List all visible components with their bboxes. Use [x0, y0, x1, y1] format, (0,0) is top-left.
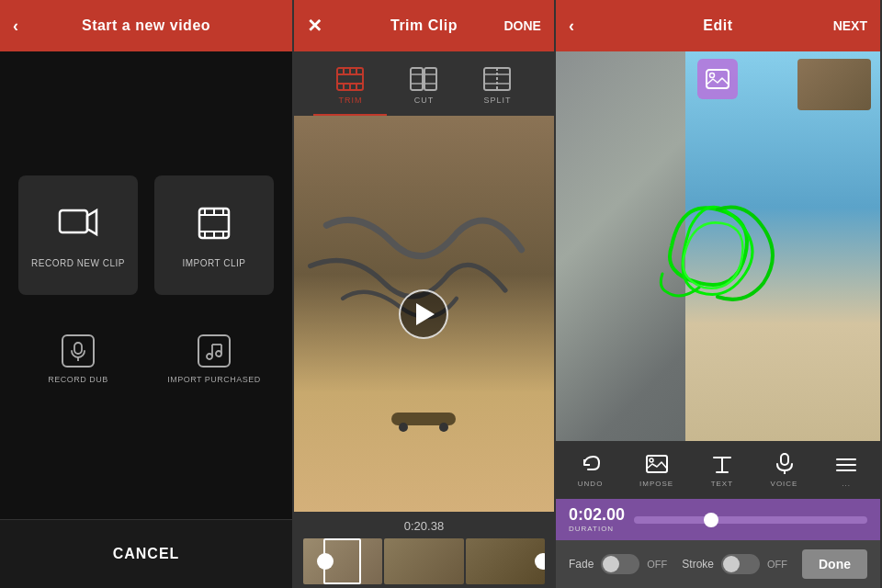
panel2-title: Trim Clip — [390, 17, 458, 34]
tab-cut[interactable]: CUT — [387, 61, 460, 116]
panel1-title: Start a new video — [82, 17, 210, 34]
svg-rect-28 — [424, 68, 436, 90]
stroke-off-label: OFF — [767, 559, 787, 570]
svg-point-39 — [439, 423, 448, 432]
done-button[interactable]: Done — [802, 549, 867, 579]
toolbar-impose[interactable]: IMPOSE — [632, 448, 681, 492]
play-button[interactable] — [399, 289, 448, 339]
duration-slider[interactable] — [634, 516, 867, 524]
fade-toggle-group: Fade OFF — [569, 554, 667, 574]
import-clip-label: IMPORT CLIP — [182, 258, 245, 268]
record-clip-label: RECORD NEW CLIP — [31, 258, 125, 268]
clip-options-row: RECORD NEW CLIP IMPORT CLIP — [18, 175, 274, 295]
timeline-bar[interactable] — [303, 538, 545, 584]
fade-label: Fade — [569, 558, 594, 571]
back-icon[interactable]: ‹ — [13, 17, 18, 36]
import-purchased-button[interactable]: IMPORT PURCHASED — [154, 322, 274, 396]
panel1-header: ‹ Start a new video — [0, 0, 292, 51]
done-action[interactable]: DONE — [504, 18, 541, 33]
cancel-button[interactable]: CANCEL — [13, 533, 279, 575]
timeline-thumb-2 — [384, 538, 463, 584]
duration-bar: 0:02.00 DURATION — [556, 499, 880, 540]
toolbar-voice[interactable]: VOICE — [763, 448, 806, 492]
panel2-tabs: TRIM CUT SPLIT — [294, 51, 554, 116]
import-purchased-label: IMPORT PURCHASED — [167, 375, 261, 384]
record-new-clip-button[interactable]: RECORD NEW CLIP — [18, 175, 138, 295]
tab-trim-label: TRIM — [338, 96, 362, 105]
microphone-icon — [62, 334, 95, 368]
panel-edit: ‹ Edit NEXT — [556, 0, 882, 588]
duration-time: 0:02.00 — [569, 506, 625, 523]
panel3-toolbar: UNDO IMPOSE TEXT VOICE — [556, 441, 880, 499]
svg-rect-0 — [60, 210, 87, 232]
record-dub-button[interactable]: RECORD DUB — [18, 322, 138, 396]
more-label: ... — [842, 480, 851, 488]
panel3-video — [556, 51, 880, 441]
fade-toggle[interactable] — [601, 554, 639, 574]
next-action[interactable]: NEXT — [833, 18, 867, 33]
video-preview — [294, 116, 554, 512]
graffiti-art — [294, 155, 554, 393]
fade-off-label: OFF — [647, 559, 667, 570]
dub-options-row: RECORD DUB IMPORT PURCHASED — [18, 322, 274, 396]
stroke-toggle-group: Stroke OFF — [682, 554, 787, 574]
text-label: TEXT — [711, 480, 733, 488]
music-note-icon — [198, 334, 231, 368]
panel1-body: RECORD NEW CLIP IMPORT CLIP — [0, 51, 292, 519]
timeline-time: 0:20.38 — [303, 519, 545, 533]
undo-label: UNDO — [578, 480, 604, 488]
svg-rect-44 — [781, 454, 788, 465]
panel2-timeline: 0:20.38 — [294, 512, 554, 588]
panel3-back-icon[interactable]: ‹ — [569, 17, 574, 36]
panel3-controls: Fade OFF Stroke OFF Done — [556, 540, 880, 588]
toolbar-text[interactable]: TEXT — [703, 448, 741, 492]
tab-cut-label: CUT — [414, 96, 435, 105]
svg-rect-27 — [411, 68, 423, 90]
panel-trim-clip: ✕ Trim Clip DONE TRIM — [294, 0, 556, 588]
stroke-toggle-knob — [723, 556, 740, 572]
svg-point-43 — [650, 458, 653, 462]
film-icon — [192, 201, 236, 245]
panel2-header: ✕ Trim Clip DONE — [294, 0, 554, 51]
panel3-title: Edit — [703, 17, 732, 34]
voice-label: VOICE — [771, 480, 798, 488]
camera-icon — [56, 201, 100, 245]
tab-split-label: SPLIT — [483, 96, 511, 105]
panel-start-video: ‹ Start a new video RECORD NEW CLIP — [0, 0, 294, 588]
fade-toggle-knob — [603, 556, 619, 572]
skateboard — [387, 405, 460, 433]
panel3-header: ‹ Edit NEXT — [556, 0, 880, 51]
timeline-thumb-1 — [303, 538, 382, 584]
toolbar-undo[interactable]: UNDO — [571, 448, 611, 492]
svg-marker-1 — [87, 210, 96, 234]
duration-slider-thumb[interactable] — [704, 513, 718, 527]
impose-label: IMPOSE — [639, 480, 673, 488]
tab-split[interactable]: SPLIT — [460, 61, 534, 116]
record-dub-label: RECORD DUB — [48, 375, 108, 384]
stroke-toggle[interactable] — [721, 554, 760, 574]
import-clip-button[interactable]: IMPORT CLIP — [154, 175, 274, 295]
svg-rect-11 — [74, 343, 82, 354]
timeline-thumb-3 — [466, 538, 545, 584]
stroke-label: Stroke — [682, 558, 714, 571]
panel1-footer: CANCEL — [0, 519, 292, 588]
svg-point-38 — [399, 423, 408, 432]
duration-info: 0:02.00 DURATION — [569, 506, 625, 533]
close-icon[interactable]: ✕ — [307, 15, 322, 37]
graffiti-overlay — [556, 51, 880, 441]
tab-trim[interactable]: TRIM — [313, 61, 387, 116]
duration-label: DURATION — [569, 525, 625, 533]
toolbar-more[interactable]: ... — [827, 448, 865, 492]
